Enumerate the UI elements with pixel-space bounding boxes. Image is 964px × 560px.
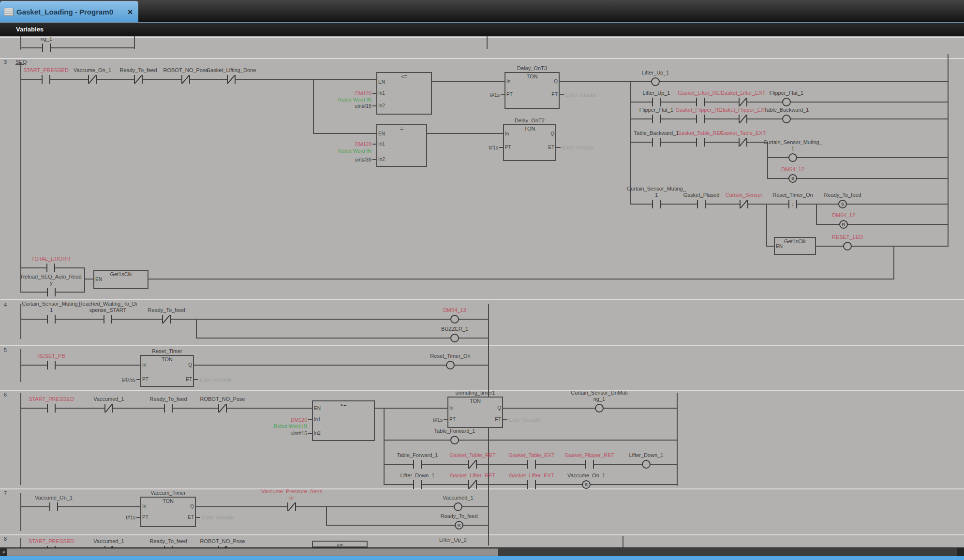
pin-parameter[interactable]: Enter Variable (562, 145, 594, 150)
contact-no[interactable] (413, 460, 414, 469)
contact-no[interactable] (164, 404, 165, 413)
contact-no[interactable] (413, 480, 414, 489)
contact-no[interactable] (421, 460, 422, 469)
pin-parameter[interactable]: t#0.5s (25, 377, 135, 383)
contact-no[interactable] (696, 115, 697, 123)
pin-parameter[interactable]: uint#39 (261, 157, 371, 162)
contact-no[interactable] (111, 315, 112, 324)
pin-parameter[interactable]: uint#15 (261, 103, 371, 109)
contact-no[interactable] (704, 138, 705, 147)
contact-no[interactable] (54, 264, 55, 272)
contact-nc[interactable] (746, 115, 747, 123)
coil[interactable] (782, 98, 791, 106)
coil[interactable] (450, 436, 459, 444)
variables-panel-header[interactable]: Variables (0, 22, 964, 36)
coil[interactable] (651, 77, 660, 86)
contact-no[interactable] (660, 115, 661, 123)
block-name: Delay_OnT3 (475, 65, 589, 71)
contact-no[interactable] (593, 460, 594, 469)
contact-no[interactable] (47, 315, 48, 324)
pin-parameter[interactable]: t#1s (388, 145, 498, 150)
contact-fall[interactable] (788, 200, 789, 208)
contact-nc[interactable] (476, 460, 477, 469)
block-pin: PT (506, 92, 513, 98)
contact-no[interactable] (49, 502, 50, 511)
contact-nc[interactable] (96, 75, 97, 84)
contact-nc[interactable] (189, 75, 190, 84)
contact-no[interactable] (47, 288, 48, 296)
contact-gap (653, 116, 660, 122)
contact-no[interactable] (47, 404, 48, 413)
coil[interactable] (642, 460, 651, 469)
coil[interactable] (450, 334, 459, 342)
contact-no[interactable] (585, 460, 586, 469)
scrollbar-left-arrow-icon[interactable]: ◄ (0, 548, 7, 557)
pin-parameter[interactable]: uint#15 (197, 430, 307, 436)
contact-no[interactable] (55, 361, 56, 369)
ladder-editor-canvas[interactable]: ng_1START_PRESSEDVaccume_On_1Ready_To_fe… (0, 0, 964, 547)
contact-no[interactable] (697, 200, 698, 208)
contact-nc[interactable] (747, 200, 748, 208)
pin-parameter[interactable]: Enter Variable (200, 377, 232, 383)
contact-no[interactable] (47, 361, 48, 369)
coil[interactable] (595, 404, 604, 413)
contact-no[interactable] (652, 138, 653, 147)
contact-no[interactable] (55, 315, 56, 324)
contact-no[interactable] (50, 44, 51, 52)
contact-no[interactable] (652, 115, 653, 123)
contact-no[interactable] (652, 98, 653, 106)
pin-parameter[interactable]: Enter Variable (565, 92, 597, 98)
contact-no[interactable] (696, 98, 697, 106)
scrollbar-thumb[interactable] (7, 548, 498, 556)
contact-no[interactable] (57, 502, 58, 511)
contact-no[interactable] (42, 44, 43, 52)
contact-no[interactable] (704, 115, 705, 123)
pin-parameter[interactable]: t#1s (332, 417, 443, 423)
contact-no[interactable] (527, 460, 528, 469)
pin-parameter[interactable]: t#1s (25, 515, 135, 520)
contact-no[interactable] (104, 315, 104, 324)
pin-parameter[interactable]: DM120 (261, 90, 371, 96)
contact-nc[interactable] (746, 98, 747, 106)
coil[interactable] (788, 153, 797, 162)
pin-wire (503, 419, 507, 420)
contact-nc[interactable] (235, 75, 236, 84)
contact-no[interactable] (660, 98, 661, 106)
contact-no[interactable] (696, 138, 697, 147)
pin-parameter[interactable]: DM120 (261, 141, 371, 147)
contact-fall[interactable] (796, 200, 797, 208)
contact-nc[interactable] (170, 315, 171, 324)
coil[interactable] (843, 242, 852, 251)
contact-no[interactable] (527, 480, 528, 489)
tab-program0[interactable]: Gasket_Loading - Program0 ✕ (0, 1, 138, 22)
contact-nc[interactable] (226, 404, 227, 413)
contact-nc[interactable] (295, 502, 296, 511)
contact-no[interactable] (46, 264, 47, 272)
pin-parameter[interactable]: Enter Variable (509, 417, 541, 423)
contact-no[interactable] (704, 98, 705, 106)
pin-parameter[interactable]: t#1s (389, 92, 500, 98)
contact-no[interactable] (55, 288, 56, 296)
contact-no[interactable] (421, 480, 422, 489)
coil[interactable] (782, 115, 791, 123)
contact-no[interactable] (42, 75, 43, 84)
contact-no[interactable] (535, 480, 536, 489)
horizontal-scrollbar[interactable]: ◄ (0, 547, 964, 556)
contact-no[interactable] (705, 200, 706, 208)
coil[interactable] (454, 502, 462, 511)
contact-nc[interactable] (142, 75, 143, 84)
contact-no[interactable] (660, 200, 661, 208)
contact-no[interactable] (55, 404, 56, 413)
contact-no[interactable] (172, 404, 173, 413)
contact-no[interactable] (652, 200, 653, 208)
pin-parameter[interactable]: Enter Variable (202, 515, 234, 520)
contact-no[interactable] (49, 75, 50, 84)
close-icon[interactable]: ✕ (124, 1, 136, 23)
contact-no[interactable] (535, 460, 536, 469)
pin-parameter[interactable]: DM120 (197, 417, 307, 423)
coil[interactable] (446, 361, 455, 369)
contact-nc[interactable] (112, 404, 113, 413)
contact-no[interactable] (660, 138, 661, 147)
contact-nc[interactable] (476, 480, 477, 489)
coil[interactable] (450, 315, 459, 324)
